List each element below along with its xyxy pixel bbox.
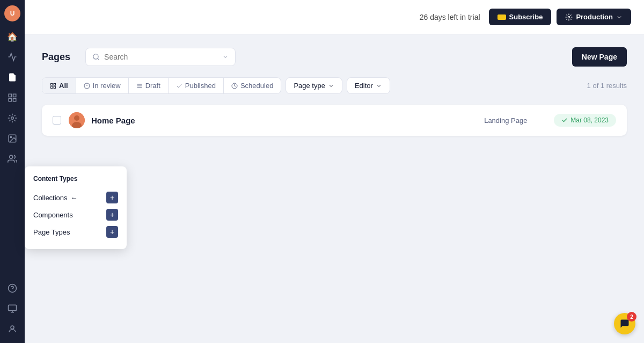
- svg-rect-19: [51, 86, 53, 89]
- svg-rect-1: [13, 94, 16, 97]
- all-icon: [50, 83, 56, 89]
- content-type-components: Components +: [33, 206, 118, 223]
- sidebar: U 🏠: [0, 0, 25, 343]
- svg-rect-3: [13, 99, 16, 101]
- svg-rect-10: [9, 305, 17, 311]
- components-label: Components: [33, 211, 73, 219]
- row-type: Landing Page: [457, 116, 554, 125]
- filter-in-review-button[interactable]: In review: [76, 78, 129, 93]
- filter-all-button[interactable]: All: [42, 78, 76, 93]
- production-icon: [565, 13, 573, 21]
- svg-rect-0: [9, 94, 11, 97]
- filter-scheduled-button[interactable]: Scheduled: [224, 78, 281, 93]
- svg-point-4: [11, 117, 14, 120]
- draft-icon: [136, 83, 143, 89]
- svg-rect-20: [54, 86, 56, 89]
- content-types-popup: Content Types Collections ← + Components…: [25, 166, 127, 249]
- add-page-type-button[interactable]: +: [106, 226, 118, 238]
- page-type-filter-button[interactable]: Page type: [286, 77, 342, 94]
- page-type-chevron-icon: [328, 83, 334, 89]
- add-component-button[interactable]: +: [106, 209, 118, 221]
- avatar-image: [69, 112, 85, 128]
- search-icon: [92, 53, 100, 61]
- new-page-button[interactable]: New Page: [572, 47, 627, 67]
- sidebar-item-home[interactable]: 🏠: [4, 28, 21, 45]
- add-collection-button[interactable]: +: [106, 192, 118, 203]
- search-chevron-icon: [222, 54, 229, 60]
- subscribe-button[interactable]: Subscribe: [489, 9, 552, 25]
- sidebar-item-help[interactable]: [4, 280, 21, 297]
- sidebar-item-pages[interactable]: [4, 69, 21, 86]
- svg-point-6: [10, 136, 11, 137]
- sidebar-item-profile[interactable]: [4, 320, 21, 338]
- svg-point-29: [74, 115, 79, 121]
- table-row[interactable]: Home Page Landing Page Mar 08, 2023: [42, 105, 627, 136]
- filter-draft-button[interactable]: Draft: [129, 78, 169, 93]
- filter-published-button[interactable]: Published: [169, 78, 224, 93]
- chat-bubble[interactable]: 2: [614, 313, 635, 334]
- row-title: Home Page: [91, 116, 457, 125]
- pages-header: Pages New Page: [42, 47, 627, 67]
- scheduled-icon: [231, 83, 238, 89]
- sidebar-item-users[interactable]: [4, 150, 21, 167]
- production-button[interactable]: Production: [557, 9, 631, 25]
- svg-line-16: [98, 59, 99, 60]
- editor-chevron-icon: [376, 83, 382, 89]
- page-types-label: Page Types: [33, 228, 70, 236]
- content-types-title: Content Types: [33, 175, 118, 183]
- svg-rect-2: [9, 99, 11, 101]
- sidebar-item-grid[interactable]: [4, 89, 21, 106]
- sidebar-item-integrations[interactable]: [4, 110, 21, 127]
- svg-point-15: [93, 54, 98, 59]
- chevron-down-icon: [616, 14, 623, 20]
- search-input[interactable]: [104, 53, 218, 61]
- sidebar-item-settings[interactable]: [4, 300, 21, 317]
- results-count: 1 of 1 results: [587, 82, 627, 90]
- content-type-page-types: Page Types +: [33, 223, 118, 240]
- svg-point-7: [10, 155, 13, 158]
- trial-text: 26 days left in trial: [420, 13, 480, 21]
- header-left: Pages: [42, 48, 236, 66]
- chat-badge: 2: [627, 312, 636, 322]
- editor-filter-button[interactable]: Editor: [347, 77, 390, 94]
- svg-point-14: [568, 16, 570, 18]
- svg-rect-18: [54, 83, 56, 85]
- sidebar-item-analytics[interactable]: [4, 48, 21, 65]
- content-type-collections: Collections ← +: [33, 189, 118, 206]
- published-icon: [176, 83, 182, 89]
- svg-rect-17: [51, 83, 53, 85]
- filters-row: All In review Draft Published Scheduled: [42, 77, 627, 94]
- subscribe-label: Subscribe: [509, 13, 543, 21]
- status-check-icon: [561, 117, 568, 123]
- sidebar-item-images[interactable]: [4, 130, 21, 147]
- subscribe-icon: [497, 14, 506, 20]
- topbar: 26 days left in trial Subscribe Producti…: [25, 0, 644, 34]
- in-review-icon: [84, 83, 90, 89]
- filter-group: All In review Draft Published Scheduled: [42, 77, 281, 94]
- row-status: Mar 08, 2023: [554, 114, 616, 127]
- avatar[interactable]: U: [4, 5, 20, 21]
- search-bar: [85, 48, 236, 66]
- svg-point-13: [11, 326, 14, 329]
- collections-label: Collections: [33, 194, 68, 202]
- row-avatar: [69, 112, 85, 128]
- pages-table: Home Page Landing Page Mar 08, 2023: [42, 105, 627, 136]
- row-checkbox[interactable]: [53, 116, 61, 125]
- production-label: Production: [576, 13, 613, 21]
- arrow-indicator: ←: [71, 194, 78, 202]
- pages-title: Pages: [42, 52, 70, 63]
